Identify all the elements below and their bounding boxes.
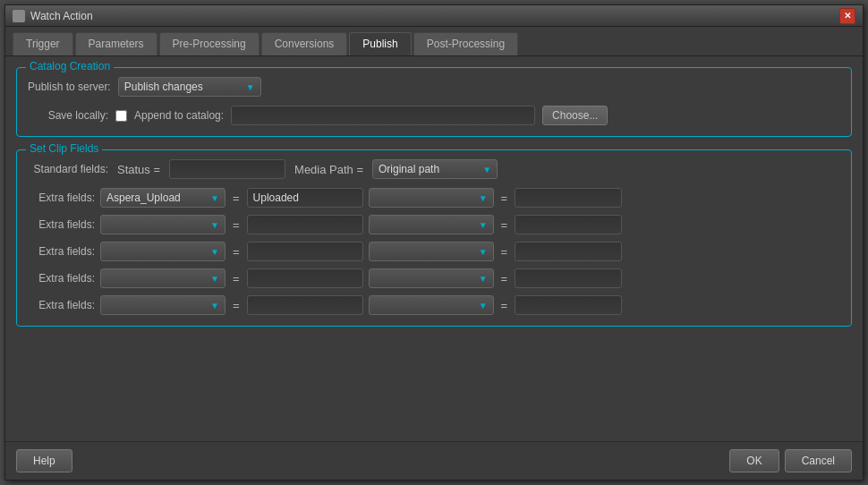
tab-publish[interactable]: Publish: [349, 32, 411, 55]
tab-conversions[interactable]: Conversions: [261, 32, 348, 55]
eq2-0: =: [499, 191, 510, 205]
publish-server-label: Publish to server:: [28, 81, 111, 93]
catalog-creation-label: Catalog Creation: [26, 60, 114, 72]
extra-value1-input-1[interactable]: [247, 215, 363, 234]
extra-label-2: Extra fields:: [28, 245, 95, 258]
extra-field1-dropdown-4[interactable]: ▼: [100, 295, 226, 315]
extra-field1-arrow-4: ▼: [210, 301, 219, 311]
publish-to-server-row: Publish to server: Publish changes ▼: [28, 77, 840, 97]
tab-pre-processing[interactable]: Pre-Processing: [159, 32, 260, 55]
extra-field2-dropdown-2[interactable]: ▼: [369, 242, 494, 261]
extra-label-4: Extra fields:: [28, 299, 95, 311]
extra-field2-arrow-0: ▼: [479, 193, 488, 203]
extra-field1-arrow-3: ▼: [210, 274, 219, 284]
extra-fields-row-3: Extra fields: ▼ = ▼ =: [28, 268, 840, 288]
eq1-2: =: [231, 245, 242, 259]
app-icon: [13, 10, 25, 22]
save-locally-row: Save locally: Append to catalog: Choose.…: [28, 106, 840, 125]
extra-value1-input-3[interactable]: [247, 268, 363, 288]
extra-value2-input-4[interactable]: [515, 295, 622, 315]
footer: Help OK Cancel: [5, 441, 863, 480]
tab-content: Catalog Creation Publish to server: Publ…: [5, 56, 863, 441]
eq2-1: =: [499, 218, 510, 232]
tab-trigger[interactable]: Trigger: [13, 32, 73, 55]
eq2-4: =: [499, 299, 510, 312]
catalog-creation-section: Catalog Creation Publish to server: Publ…: [16, 67, 852, 137]
eq1-0: =: [231, 191, 242, 205]
close-button[interactable]: ✕: [839, 8, 855, 24]
standard-fields-row: Standard fields: Status = Media Path = O…: [28, 159, 840, 179]
extra-field1-arrow-1: ▼: [210, 220, 219, 230]
extra-value2-input-3[interactable]: [515, 268, 622, 288]
extra-value1-0: Uploaded: [247, 188, 363, 208]
extra-label-0: Extra fields:: [28, 191, 95, 204]
extra-value1-input-2[interactable]: [247, 242, 363, 261]
extra-label-1: Extra fields:: [28, 218, 95, 231]
media-path-label: Media Path =: [293, 163, 365, 176]
publish-server-dropdown[interactable]: Publish changes ▼: [118, 77, 261, 97]
eq1-3: =: [231, 272, 242, 285]
extra-label-3: Extra fields:: [28, 272, 95, 285]
help-button[interactable]: Help: [16, 449, 72, 472]
set-clip-fields-section: Set Clip Fields Standard fields: Status …: [16, 149, 852, 327]
extra-field1-dropdown-1[interactable]: ▼: [100, 215, 226, 234]
extra-fields-row-1: Extra fields: ▼ = ▼ =: [28, 215, 840, 234]
extra-field1-dropdown-0[interactable]: Aspera_Upload ▼: [100, 188, 226, 208]
choose-button[interactable]: Choose...: [542, 106, 608, 125]
extra-field2-dropdown-1[interactable]: ▼: [369, 215, 494, 234]
publish-server-value: Publish changes: [124, 81, 203, 93]
title-bar: Watch Action ✕: [5, 5, 863, 27]
eq2-3: =: [499, 272, 510, 285]
extra-value2-input-1[interactable]: [515, 215, 622, 234]
extra-field2-dropdown-3[interactable]: ▼: [369, 268, 494, 288]
extra-fields-row-2: Extra fields: ▼ = ▼ =: [28, 242, 840, 261]
standard-fields-label: Standard fields:: [28, 163, 108, 175]
extra-value1-input-4[interactable]: [247, 295, 363, 315]
extra-field1-dropdown-2[interactable]: ▼: [100, 242, 226, 261]
window-title: Watch Action: [30, 10, 93, 22]
save-locally-label: Save locally:: [28, 109, 108, 122]
extra-field2-arrow-1: ▼: [479, 220, 488, 230]
eq1-4: =: [231, 299, 242, 312]
tab-post-processing[interactable]: Post-Processing: [413, 32, 518, 55]
extra-field2-dropdown-0[interactable]: ▼: [369, 188, 494, 208]
catalog-path-input[interactable]: [231, 106, 535, 125]
extra-field2-arrow-4: ▼: [479, 301, 488, 311]
tab-parameters[interactable]: Parameters: [75, 32, 157, 55]
set-clip-fields-label: Set Clip Fields: [26, 142, 102, 155]
media-path-arrow: ▼: [482, 165, 491, 174]
extra-field1-arrow-0: ▼: [210, 193, 219, 203]
extra-field1-dropdown-3[interactable]: ▼: [100, 268, 226, 288]
ok-button[interactable]: OK: [729, 449, 779, 472]
extra-field1-value-0: Aspera_Upload: [106, 191, 181, 204]
extra-value2-input-0[interactable]: [515, 188, 622, 208]
save-locally-checkbox[interactable]: [115, 110, 127, 122]
extra-fields-row-0: Extra fields: Aspera_Upload ▼ = Uploaded…: [28, 188, 840, 208]
extra-field2-dropdown-4[interactable]: ▼: [369, 295, 494, 315]
extra-fields-row-4: Extra fields: ▼ = ▼ =: [28, 295, 840, 315]
extra-field1-arrow-2: ▼: [210, 247, 219, 257]
status-input[interactable]: [169, 159, 285, 179]
extra-value2-input-2[interactable]: [515, 242, 622, 261]
eq2-2: =: [499, 245, 510, 259]
cancel-button[interactable]: Cancel: [785, 449, 852, 472]
publish-server-arrow: ▼: [246, 82, 255, 92]
extra-field2-arrow-2: ▼: [479, 247, 488, 257]
status-label: Status =: [115, 163, 162, 176]
media-path-value: Original path: [379, 163, 439, 175]
extra-field2-arrow-3: ▼: [479, 274, 488, 284]
footer-right-buttons: OK Cancel: [729, 449, 852, 472]
title-bar-left: Watch Action: [13, 10, 93, 22]
watch-action-window: Watch Action ✕ Trigger Parameters Pre-Pr…: [4, 4, 864, 481]
media-path-dropdown[interactable]: Original path ▼: [372, 159, 498, 179]
append-catalog-label: Append to catalog:: [134, 109, 224, 122]
eq1-1: =: [231, 218, 242, 232]
tab-bar: Trigger Parameters Pre-Processing Conver…: [5, 27, 863, 56]
